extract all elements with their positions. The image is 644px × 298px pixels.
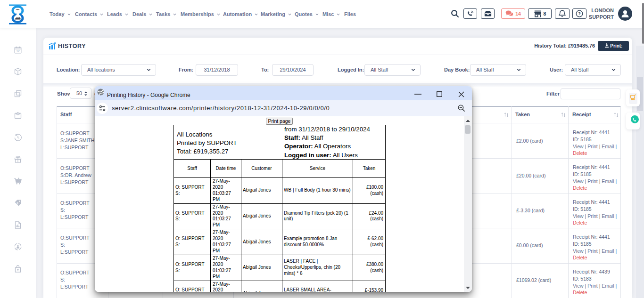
svg-text:?: ? [578, 11, 581, 16]
svg-text:12: 12 [16, 49, 20, 53]
